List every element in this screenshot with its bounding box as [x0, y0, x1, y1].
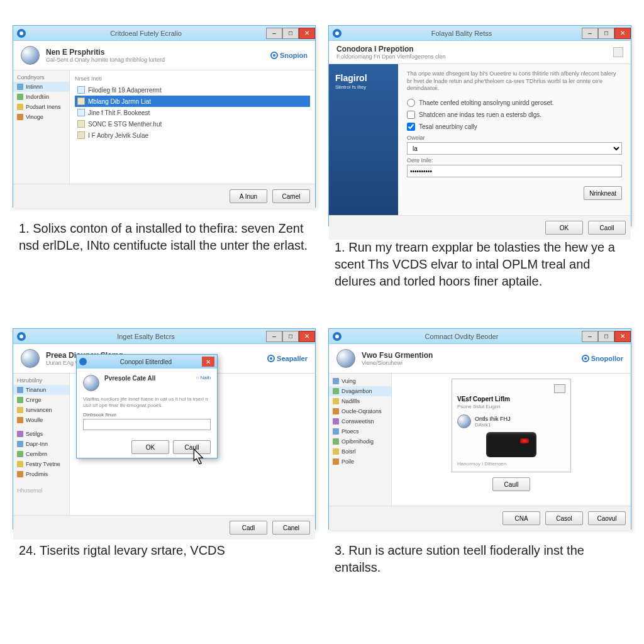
close-button[interactable]: ✕ [299, 331, 315, 342]
minimize-button[interactable]: – [266, 28, 282, 39]
card-subtitle: Psone Sstut Eugnn [457, 404, 565, 409]
header: Nen E Prsphritis Gal-Sent d Onaty homite… [13, 41, 315, 70]
header-subtitle: Viene/Sioruhewi [362, 360, 582, 366]
sidebar-item[interactable]: Vinoge [13, 112, 69, 122]
dialog-input[interactable] [83, 419, 211, 430]
cancel-button[interactable]: Caoll [588, 221, 626, 235]
cancel-button[interactable]: Caovul [588, 511, 626, 525]
window-title: Folayal Bality Retss [341, 30, 582, 37]
cancel-button[interactable]: Camel [272, 189, 310, 203]
sidebar-item[interactable]: Prodimis [13, 469, 69, 479]
sidebar-item[interactable]: Dvagambon [329, 386, 391, 396]
maximize-button[interactable]: □ [282, 331, 299, 342]
brand-label: Snopion [270, 52, 308, 59]
sidebar-item[interactable]: Cemibrn [13, 449, 69, 459]
ok-button[interactable]: OK [545, 221, 583, 235]
sidebar-item[interactable]: Poile [329, 457, 391, 467]
sidebar-item[interactable]: Oucle-Oqratons [329, 406, 391, 416]
sidebar-item[interactable]: Cnrge [13, 395, 69, 405]
sidebar-item[interactable]: Indordtiin [13, 92, 69, 102]
globe-icon [83, 375, 99, 391]
dialog-field-label: Dinbsook finun [83, 412, 211, 418]
titlebar: Critdoeal Futely Ecralio – □ ✕ [13, 26, 315, 41]
sidebar-item[interactable]: Woulle [13, 415, 69, 425]
sidebar-item[interactable]: Iunvancen [13, 405, 69, 415]
sidebar-item[interactable]: Podsart Inens [13, 102, 69, 112]
list-item[interactable]: SONC E STG Menther.hut [75, 118, 310, 130]
file-list: Filodieg fil 19 Adaperrermt Mblang Dib J… [75, 84, 310, 141]
minimize-button[interactable]: – [582, 28, 598, 39]
dialog-cancel-button[interactable]: Caull [173, 440, 211, 454]
sidebar-item[interactable]: Nadillls [329, 396, 391, 406]
minimize-button[interactable]: – [582, 331, 598, 342]
header-title: Conodora I Prepotion [336, 45, 613, 53]
maximize-button[interactable]: □ [598, 28, 614, 39]
dialog-close-button[interactable]: ✕ [202, 357, 214, 367]
sidebar-item[interactable]: Dapr-Inn [13, 439, 69, 449]
sidebar-item[interactable]: Tinanun [13, 385, 69, 395]
column-header: Nrses Ineti [75, 75, 310, 84]
dialog-heading: Pvresole Cate All [104, 375, 191, 382]
password-field[interactable] [407, 165, 622, 177]
header-subtitle: Gal-Sent d Onaty homite tonag thribhlog … [46, 57, 270, 63]
checkbox-option[interactable]: Tesal aneurbiny cally [407, 123, 622, 131]
sidebar: Condnyors Intinnn Indordtiin Podsart Ine… [13, 70, 70, 184]
close-button[interactable]: ✕ [299, 28, 315, 39]
header-title: Vwo Fsu Grmention [362, 351, 582, 360]
dialog-icon [79, 358, 87, 365]
globe-icon [21, 349, 40, 368]
dialog-link[interactable]: ○ Nalb [196, 375, 211, 380]
sidebar-item[interactable]: Opibrnihodig [329, 436, 391, 447]
window-title: Critdoeal Futely Ecralio [26, 30, 266, 37]
field-label: Oere Inile: [407, 157, 622, 164]
card-row-sub: DAstk1 [475, 422, 511, 428]
caption-4: 3. Run is acture sution teell fioderally… [328, 542, 631, 576]
sidebar-item[interactable]: Vuing [329, 376, 391, 386]
app-icon [333, 332, 341, 341]
maximize-button[interactable]: □ [282, 28, 299, 39]
list-item[interactable]: Mblang Dib Jarmn Liat [75, 96, 310, 107]
sidebar-heading: Condnyors [13, 73, 69, 82]
dialog-text: Vlaiffas nordiors jife Innef fuene in oa… [83, 396, 211, 408]
modal-dialog: Conopol Etiterdled ✕ Pvresole Cate All ○… [76, 354, 218, 458]
device-image [486, 432, 536, 457]
sidebar-item[interactable]: Intinnn [13, 82, 69, 92]
doc-icon [613, 47, 623, 57]
image-icon [554, 384, 565, 393]
titlebar: Inget Esalty Betcrs – □ ✕ [13, 329, 315, 344]
sidebar-item[interactable]: Setilgs [13, 429, 69, 439]
ok-button[interactable]: Cadl [230, 521, 267, 535]
install-button[interactable]: Nrinkneat [584, 186, 622, 200]
minimize-button[interactable]: – [266, 331, 282, 342]
cancel-button[interactable]: Canel [272, 521, 310, 535]
list-item[interactable]: Jine f Thit F. Bookeest [75, 107, 310, 118]
dialog-title: Conopol Etiterdled [90, 358, 202, 365]
card-title: VEsf Copert Liflm [457, 396, 565, 402]
brand-icon [270, 52, 278, 59]
button[interactable]: CNA [502, 511, 540, 525]
sidebar-item[interactable]: Boisrl [329, 447, 391, 457]
radio-option[interactable]: Thaete cenfed etolting ansolryng unirdd … [407, 99, 622, 107]
list-item[interactable]: Filodieg fil 19 Adaperrermt [75, 84, 310, 96]
checkbox-option[interactable]: Shatdcen ane indas tes ruen a estersb dl… [407, 111, 622, 119]
sidebar-footer: Hhusemel [13, 486, 69, 496]
titlebar: Folayal Bality Retss – □ ✕ [329, 26, 631, 41]
header: Conodora I Prepotion F.oldoriomang Fn Dp… [329, 41, 631, 64]
sidebar: Hsrubtilny Tinanun Cnrge Iunvancen Woull… [13, 374, 70, 515]
globe-icon [457, 414, 471, 428]
dialog-ok-button[interactable]: OK [131, 440, 169, 454]
sidebar-item[interactable]: Consweetisn [329, 416, 391, 426]
close-button[interactable]: ✕ [614, 331, 631, 342]
list-item[interactable]: I F Aobry Jeivik Sulae [75, 130, 310, 141]
window-title: Comnact Ovdity Beoder [341, 333, 582, 340]
maximize-button[interactable]: □ [598, 331, 614, 342]
card-button[interactable]: Caull [492, 477, 530, 491]
card-footer: Hanormoy i Ditterroen [457, 461, 565, 467]
back-button[interactable]: A Inun [230, 189, 267, 203]
sidebar-item[interactable]: Ptoecs [329, 426, 391, 436]
button[interactable]: Casol [545, 511, 583, 525]
window-panel-2: Folayal Bality Retss – □ ✕ Conodora I Pr… [328, 25, 631, 226]
select-field[interactable]: la [407, 142, 622, 155]
sidebar-item[interactable]: Festry Tvetne [13, 459, 69, 469]
close-button[interactable]: ✕ [614, 28, 631, 39]
